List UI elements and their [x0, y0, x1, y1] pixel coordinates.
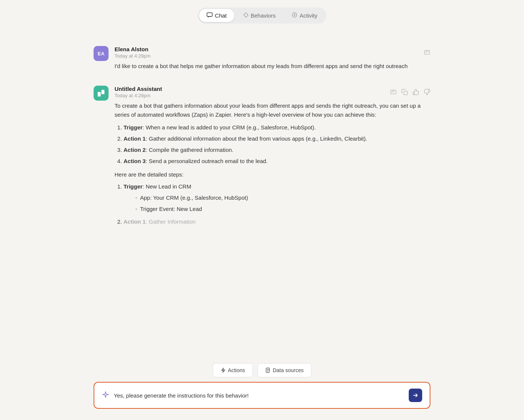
- tab-activity-label: Activity: [299, 12, 317, 19]
- send-icon: [412, 392, 418, 398]
- assistant-message-actions: [390, 89, 430, 95]
- overview-item-2: Action 1: Gather additional information …: [124, 134, 430, 143]
- document-icon: [265, 368, 271, 373]
- overview-item-3: Action 2: Compile the gathered informati…: [124, 145, 430, 154]
- copy-icon[interactable]: [401, 89, 408, 95]
- trigger-sublist: App: Your CRM (e.g., Salesforce, HubSpot…: [124, 193, 430, 214]
- assistant-message-content: Untitled Assistant Today at 4:28pm: [115, 86, 430, 230]
- input-sparkle-icon: [102, 391, 109, 400]
- tab-chat-label: Chat: [215, 12, 227, 19]
- action-buttons-group: Actions Data sources: [213, 363, 311, 377]
- user-name: Elena Alston: [115, 46, 150, 52]
- chat-container: EA Elena Alston Today at 4:28pm I'd like…: [94, 39, 430, 363]
- thumbup-icon[interactable]: [412, 89, 419, 95]
- user-message-body: I'd like to create a bot that helps me g…: [115, 62, 430, 71]
- svg-rect-3: [98, 92, 101, 96]
- svg-rect-0: [207, 13, 212, 16]
- bottom-bar: Actions Data sources: [94, 363, 430, 409]
- trigger-sub-2: Trigger Event: New Lead: [135, 205, 430, 214]
- tab-bar: Chat Behaviors Activity: [198, 7, 326, 24]
- thumbdown-icon[interactable]: [424, 89, 430, 95]
- tab-behaviors-label: Behaviors: [251, 12, 276, 19]
- tab-behaviors[interactable]: Behaviors: [236, 9, 283, 22]
- trigger-sub-1: App: Your CRM (e.g., Salesforce, HubSpot…: [135, 193, 430, 202]
- overview-item-1: Trigger: When a new lead is added to you…: [124, 123, 430, 132]
- chat-icon: [207, 12, 213, 19]
- assistant-intro: To create a bot that gathers information…: [115, 101, 430, 119]
- detailed-label: Here are the detailed steps:: [115, 170, 430, 179]
- send-button[interactable]: [409, 389, 422, 402]
- user-message-content: Elena Alston Today at 4:28pm I'd like to…: [115, 46, 430, 71]
- quote-icon-user[interactable]: [424, 49, 430, 56]
- diamond-icon: [243, 12, 249, 19]
- assistant-message-body: To create a bot that gathers information…: [115, 101, 430, 226]
- assistant-time: Today at 4:28pm: [115, 93, 162, 98]
- svg-point-2: [294, 14, 295, 16]
- chat-input[interactable]: [114, 392, 404, 399]
- assistant-message-header: Untitled Assistant Today at 4:28pm: [115, 86, 430, 98]
- assistant-message: Untitled Assistant Today at 4:28pm: [94, 78, 430, 237]
- overview-item-4: Action 3: Send a personalized outreach e…: [124, 157, 430, 166]
- data-sources-button[interactable]: Data sources: [258, 363, 311, 377]
- assistant-message-meta: Untitled Assistant Today at 4:28pm: [115, 86, 162, 98]
- circle-icon: [292, 12, 297, 19]
- actions-button[interactable]: Actions: [213, 363, 253, 377]
- overview-list: Trigger: When a new lead is added to you…: [115, 123, 430, 166]
- user-message-header: Elena Alston Today at 4:28pm: [115, 46, 430, 59]
- detail-step-1: Trigger: New Lead in CRM App: Your CRM (…: [124, 182, 430, 214]
- user-avatar: EA: [94, 46, 109, 61]
- svg-rect-5: [404, 91, 408, 95]
- chat-input-container: [94, 382, 430, 409]
- detail-step-2: Action 1: Gather Information: [124, 217, 430, 226]
- tab-activity[interactable]: Activity: [284, 9, 325, 22]
- tab-chat[interactable]: Chat: [199, 9, 234, 22]
- user-time: Today at 4:28pm: [115, 53, 150, 59]
- quote-icon-assistant[interactable]: [390, 89, 397, 95]
- user-message-actions: [424, 49, 430, 56]
- user-message: EA Elena Alston Today at 4:28pm I'd like…: [94, 39, 430, 78]
- user-message-meta: Elena Alston Today at 4:28pm: [115, 46, 150, 59]
- detailed-list: Trigger: New Lead in CRM App: Your CRM (…: [115, 182, 430, 226]
- assistant-logo-icon: [97, 89, 105, 97]
- assistant-avatar: [94, 86, 109, 101]
- svg-rect-4: [101, 90, 104, 94]
- lightning-icon: [220, 368, 226, 373]
- assistant-name: Untitled Assistant: [115, 86, 162, 92]
